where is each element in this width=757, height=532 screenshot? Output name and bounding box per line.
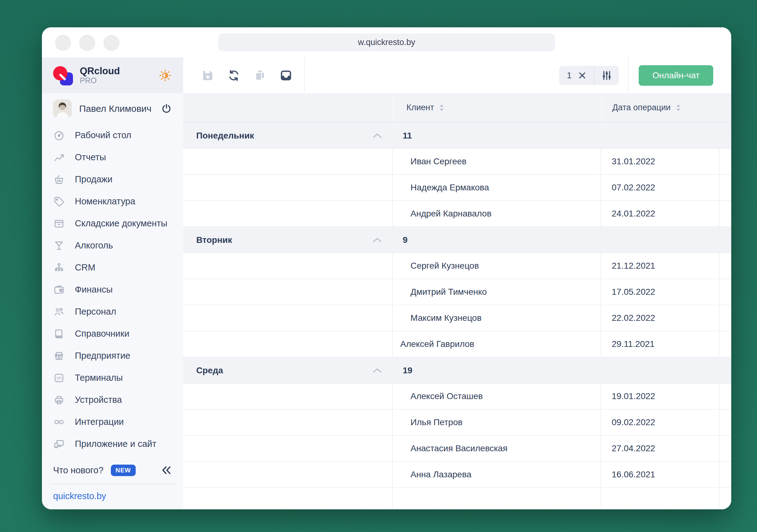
site-link[interactable]: quickresto.by (42, 484, 183, 509)
tag-icon (53, 196, 65, 207)
sidebar-item-crm[interactable]: CRM (42, 257, 183, 279)
table-row[interactable]: Дмитрий Тимченко 17.05.2022 (183, 279, 731, 305)
sidebar-item-nomenclature[interactable]: Номенклатура (42, 190, 183, 212)
save-button[interactable] (201, 69, 214, 82)
sidebar-item-enterprise[interactable]: Предприятие (42, 345, 183, 367)
theme-brightness-icon[interactable] (158, 69, 172, 82)
sidebar-item-personnel[interactable]: Персонал (42, 300, 183, 323)
sidebar-item-terminals[interactable]: QR Терминалы (42, 367, 183, 389)
group-label: Понедельник (196, 131, 254, 141)
sidebar-item-label: Терминалы (75, 373, 123, 383)
sidebar-menu: Рабочий стол Отчеты Продажи Номенклатура… (42, 124, 183, 461)
table-row[interactable]: Анна Лазарева 16.06.2021 (183, 462, 731, 488)
client-name: Алексей Осташев (410, 391, 483, 401)
chevron-up-icon[interactable] (372, 367, 382, 374)
window-zoom-button[interactable] (104, 35, 120, 51)
sidebar-item-sales[interactable]: Продажи (42, 168, 183, 190)
operation-date: 17.05.2022 (612, 287, 655, 297)
sidebar-item-directories[interactable]: Справочники (42, 323, 183, 345)
row-gutter (719, 331, 731, 357)
table-row[interactable]: Алексей Осташев 19.01.2022 (183, 384, 731, 410)
row-cell-empty (183, 305, 393, 331)
sidebar-item-alcohol[interactable]: Алкоголь (42, 235, 183, 257)
table-row[interactable]: Анастасия Василевская 27.04.2022 (183, 436, 731, 462)
copy-button[interactable] (253, 69, 266, 82)
sidebar-item-label: Отчеты (75, 152, 106, 162)
sidebar-item-label: Интеграции (75, 417, 124, 427)
operation-date: 09.02.2022 (612, 418, 655, 427)
row-gutter (719, 253, 731, 279)
box-icon (53, 218, 65, 230)
table-row[interactable]: Алексей Гаврилов 29.11.2021 (183, 331, 731, 358)
infinity-icon (53, 416, 65, 428)
active-filter-chip: 1 (559, 66, 619, 85)
table-row-partial[interactable] (183, 488, 731, 509)
column-header-date[interactable]: Дата операции (601, 93, 719, 122)
row-cell-empty (183, 384, 393, 409)
operation-date: 19.01.2022 (612, 391, 655, 401)
sidebar-item-devices[interactable]: Устройства (42, 389, 183, 411)
inbox-tray-button[interactable] (280, 69, 292, 82)
sidebar-item-integrations[interactable]: Интеграции (42, 411, 183, 433)
window-close-button[interactable] (55, 35, 71, 51)
online-chat-button[interactable]: Онлайн-чат (639, 65, 713, 86)
table-row[interactable]: Иван Сергеев 31.01.2022 (183, 149, 731, 175)
sidebar-item-finance[interactable]: Финансы (42, 279, 183, 300)
sort-icon[interactable] (439, 104, 444, 112)
desktop-background: w.quickresto.by QRcloud PRO (0, 0, 757, 532)
refresh-button[interactable] (227, 69, 240, 82)
row-gutter (719, 149, 731, 174)
user-profile[interactable]: Павел Климович (42, 93, 183, 124)
sidebar-item-label: Продажи (75, 174, 112, 184)
group-count: 11 (403, 131, 412, 141)
devices-icon (53, 438, 65, 450)
sidebar-item-dashboard[interactable]: Рабочий стол (42, 124, 183, 146)
group-count: 19 (403, 365, 412, 375)
sidebar-item-app-site[interactable]: Приложение и сайт (42, 433, 183, 455)
sidebar-item-label: Устройства (75, 395, 122, 405)
browser-window: w.quickresto.by QRcloud PRO (42, 27, 731, 509)
operation-date: 16.06.2021 (612, 470, 655, 480)
sliders-icon (601, 70, 612, 81)
dashboard-icon (53, 130, 65, 141)
sidebar-item-label: Приложение и сайт (75, 439, 157, 449)
client-name: Максим Кузнецов (410, 313, 482, 323)
row-gutter (719, 410, 731, 435)
operation-date: 31.01.2022 (612, 157, 655, 167)
whats-new-row[interactable]: Что нового? NEW (42, 461, 183, 479)
sidebar-item-label: CRM (75, 263, 95, 273)
sidebar-item-warehouse[interactable]: Складские документы (42, 212, 183, 235)
row-cell-empty (183, 149, 393, 174)
sidebar-item-label: Алкоголь (75, 240, 113, 251)
logout-power-icon[interactable] (161, 103, 172, 114)
table-row[interactable]: Илья Петров 09.02.2022 (183, 410, 731, 436)
sidebar-item-label: Рабочий стол (75, 130, 131, 141)
table-row[interactable]: Максим Кузнецов 22.02.2022 (183, 305, 731, 331)
collapse-sidebar-icon[interactable] (161, 465, 172, 476)
address-bar-url: w.quickresto.by (358, 38, 415, 47)
row-cell-empty (183, 279, 393, 305)
row-gutter (719, 436, 731, 461)
filter-settings-button[interactable] (594, 66, 619, 85)
clear-filter-button[interactable]: 1 (559, 66, 594, 85)
client-name: Анна Лазарева (410, 470, 471, 480)
table-row[interactable]: Андрей Карнавалов 24.01.2022 (183, 201, 731, 227)
app-title: QRcloud (80, 66, 120, 77)
sidebar-item-reports[interactable]: Отчеты (42, 146, 183, 168)
row-gutter (719, 384, 731, 409)
sort-icon[interactable] (676, 104, 681, 112)
clients-table: Клиент Дата операции (183, 93, 731, 509)
window-minimize-button[interactable] (79, 35, 95, 51)
table-group-row: Понедельник 11 (183, 123, 731, 149)
table-group-row: Вторник 9 (183, 227, 731, 253)
column-header-client[interactable]: Клиент (393, 93, 601, 122)
operation-date: 29.11.2021 (612, 339, 654, 349)
chevron-up-icon[interactable] (372, 133, 382, 139)
client-name: Надежда Ермакова (410, 183, 489, 193)
address-bar[interactable]: w.quickresto.by (218, 34, 555, 51)
browser-titlebar: w.quickresto.by (42, 27, 731, 57)
toolbar: 1 (183, 57, 731, 93)
table-row[interactable]: Надежда Ермакова 07.02.2022 (183, 175, 731, 201)
chevron-up-icon[interactable] (372, 237, 382, 243)
table-row[interactable]: Сергей Кузнецов 21.12.2021 (183, 253, 731, 279)
